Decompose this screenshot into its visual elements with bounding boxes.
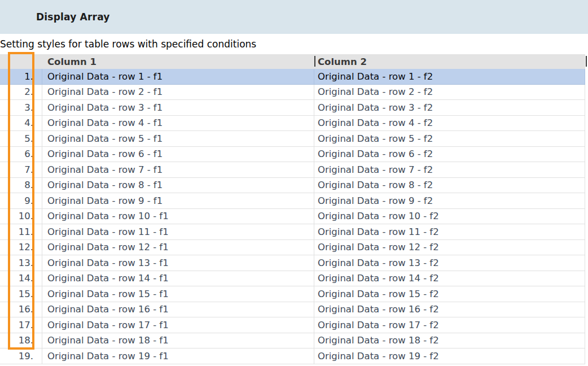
row-number-cell[interactable]: 7. xyxy=(0,162,42,177)
column-divider-tick xyxy=(314,56,315,67)
table-row[interactable]: 18. Original Data - row 18 - f1 Original… xyxy=(0,333,585,349)
cell-column-1[interactable]: Original Data - row 18 - f1 xyxy=(42,333,314,348)
column-header-1[interactable]: Column 1 xyxy=(42,54,314,69)
table-row[interactable]: 14. Original Data - row 14 - f1 Original… xyxy=(0,271,585,287)
row-number-cell[interactable]: 11. xyxy=(0,224,42,239)
cell-column-2[interactable]: Original Data - row 4 - f2 xyxy=(314,116,585,131)
cell-column-2[interactable]: Original Data - row 7 - f2 xyxy=(314,162,585,177)
table-row[interactable]: 12. Original Data - row 12 - f1 Original… xyxy=(0,240,585,256)
row-number-cell[interactable]: 10. xyxy=(0,209,42,224)
table-row[interactable]: 1. Original Data - row 1 - f1 Original D… xyxy=(0,69,585,85)
row-number-cell[interactable]: 3. xyxy=(0,100,42,115)
cell-column-1[interactable]: Original Data - row 15 - f1 xyxy=(42,286,314,302)
row-number-cell[interactable]: 12. xyxy=(0,240,42,255)
row-number-cell[interactable]: 8. xyxy=(0,178,42,193)
cell-column-2[interactable]: Original Data - row 8 - f2 xyxy=(314,178,585,193)
cell-column-2[interactable]: Original Data - row 6 - f2 xyxy=(314,147,585,162)
cell-column-2[interactable]: Original Data - row 11 - f2 xyxy=(314,224,585,239)
table-row[interactable]: 4. Original Data - row 4 - f1 Original D… xyxy=(0,116,585,132)
cell-column-1[interactable]: Original Data - row 12 - f1 xyxy=(42,240,314,255)
table-row[interactable]: 2. Original Data - row 2 - f1 Original D… xyxy=(0,85,585,101)
table-row[interactable]: 6. Original Data - row 6 - f1 Original D… xyxy=(0,147,585,163)
row-number-cell[interactable]: 17. xyxy=(0,317,42,333)
cell-column-2[interactable]: Original Data - row 16 - f2 xyxy=(314,302,585,317)
cell-column-2[interactable]: Original Data - row 10 - f2 xyxy=(314,209,585,224)
row-number-cell[interactable]: 19. xyxy=(0,348,42,364)
row-number-cell[interactable]: 13. xyxy=(0,255,42,271)
cell-column-1[interactable]: Original Data - row 5 - f1 xyxy=(42,131,314,146)
cell-column-1[interactable]: Original Data - row 4 - f1 xyxy=(42,116,314,131)
table-row[interactable]: 13. Original Data - row 13 - f1 Original… xyxy=(0,255,585,271)
row-number-cell[interactable]: 4. xyxy=(0,116,42,131)
column-header-2[interactable]: Column 2 xyxy=(314,54,585,69)
cell-column-1[interactable]: Original Data - row 13 - f1 xyxy=(42,255,314,271)
cell-column-2[interactable]: Original Data - row 12 - f2 xyxy=(314,240,585,255)
table-row[interactable]: 9. Original Data - row 9 - f1 Original D… xyxy=(0,193,585,209)
page-title: Display Array xyxy=(0,11,110,23)
cell-column-1[interactable]: Original Data - row 8 - f1 xyxy=(42,178,314,193)
cell-column-2[interactable]: Original Data - row 2 - f2 xyxy=(314,85,585,100)
cell-column-1[interactable]: Original Data - row 3 - f1 xyxy=(42,100,314,115)
cell-column-1[interactable]: Original Data - row 10 - f1 xyxy=(42,209,314,224)
cell-column-1[interactable]: Original Data - row 16 - f1 xyxy=(42,302,314,317)
cell-column-2[interactable]: Original Data - row 14 - f2 xyxy=(314,271,585,286)
row-number-cell[interactable]: 6. xyxy=(0,147,42,162)
grid-body: 1. Original Data - row 1 - f1 Original D… xyxy=(0,69,585,364)
table-row[interactable]: 15. Original Data - row 15 - f1 Original… xyxy=(0,286,585,302)
column-divider-tick xyxy=(586,56,587,67)
table-row[interactable]: 19. Original Data - row 19 - f1 Original… xyxy=(0,348,585,364)
cell-column-1[interactable]: Original Data - row 9 - f1 xyxy=(42,193,314,208)
demo-subtitle: Setting styles for table rows with speci… xyxy=(0,34,588,54)
row-number-cell[interactable]: 2. xyxy=(0,85,42,100)
cell-column-1[interactable]: Original Data - row 11 - f1 xyxy=(42,224,314,239)
grid-header-row: Column 1 Column 2 xyxy=(0,54,585,69)
cell-column-1[interactable]: Original Data - row 7 - f1 xyxy=(42,162,314,177)
table-row[interactable]: 11. Original Data - row 11 - f1 Original… xyxy=(0,224,585,240)
cell-column-1[interactable]: Original Data - row 19 - f1 xyxy=(42,348,314,364)
cell-column-2[interactable]: Original Data - row 9 - f2 xyxy=(314,193,585,208)
row-number-cell[interactable]: 1. xyxy=(0,69,42,84)
row-number-header-cell xyxy=(0,54,42,69)
row-number-cell[interactable]: 14. xyxy=(0,271,42,286)
cell-column-2[interactable]: Original Data - row 15 - f2 xyxy=(314,286,585,302)
cell-column-1[interactable]: Original Data - row 14 - f1 xyxy=(42,271,314,286)
cell-column-2[interactable]: Original Data - row 13 - f2 xyxy=(314,255,585,271)
data-grid: Column 1 Column 2 1. Original Data - row… xyxy=(0,54,588,364)
table-row[interactable]: 16. Original Data - row 16 - f1 Original… xyxy=(0,302,585,318)
table-row[interactable]: 8. Original Data - row 8 - f1 Original D… xyxy=(0,178,585,194)
cell-column-2[interactable]: Original Data - row 5 - f2 xyxy=(314,131,585,146)
row-number-cell[interactable]: 15. xyxy=(0,286,42,302)
cell-column-1[interactable]: Original Data - row 1 - f1 xyxy=(42,69,314,84)
cell-column-2[interactable]: Original Data - row 1 - f2 xyxy=(314,69,585,84)
table-row[interactable]: 5. Original Data - row 5 - f1 Original D… xyxy=(0,131,585,147)
cell-column-2[interactable]: Original Data - row 17 - f2 xyxy=(314,317,585,333)
cell-column-2[interactable]: Original Data - row 19 - f2 xyxy=(314,348,585,364)
cell-column-1[interactable]: Original Data - row 17 - f1 xyxy=(42,317,314,333)
cell-column-2[interactable]: Original Data - row 18 - f2 xyxy=(314,333,585,348)
table-row[interactable]: 7. Original Data - row 7 - f1 Original D… xyxy=(0,162,585,178)
cell-column-2[interactable]: Original Data - row 3 - f2 xyxy=(314,100,585,115)
header-banner: Display Array xyxy=(0,0,588,34)
cell-column-1[interactable]: Original Data - row 6 - f1 xyxy=(42,147,314,162)
row-number-cell[interactable]: 18. xyxy=(0,333,42,348)
row-number-cell[interactable]: 9. xyxy=(0,193,42,208)
row-number-cell[interactable]: 16. xyxy=(0,302,42,317)
table-row[interactable]: 10. Original Data - row 10 - f1 Original… xyxy=(0,209,585,225)
page: Display Array Setting styles for table r… xyxy=(0,0,588,364)
cell-column-1[interactable]: Original Data - row 2 - f1 xyxy=(42,85,314,100)
table-row[interactable]: 3. Original Data - row 3 - f1 Original D… xyxy=(0,100,585,116)
row-number-cell[interactable]: 5. xyxy=(0,131,42,146)
table-row[interactable]: 17. Original Data - row 17 - f1 Original… xyxy=(0,317,585,333)
